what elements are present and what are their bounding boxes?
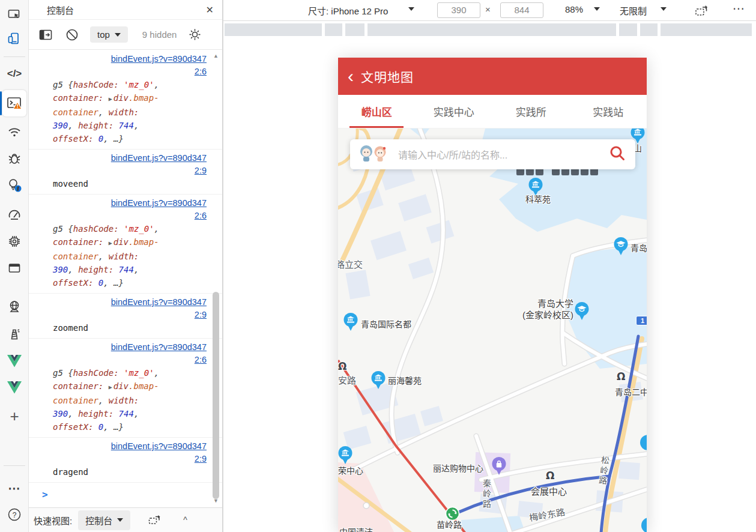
source-location-link[interactable]: 2:9 [53,309,207,321]
help-icon[interactable]: ? [4,504,25,525]
context-selector[interactable]: top [90,26,128,43]
poi-label[interactable]: 科萃苑 [525,193,551,205]
console-settings-gear-icon[interactable] [186,26,203,43]
poi-label[interactable]: 会展中心 [531,485,567,497]
console-log-entry[interactable]: bindEvent.js?v=890d3472:9 zoomend [29,294,222,339]
media-gap [322,23,325,36]
console-log-entry[interactable]: bindEvent.js?v=890d3472:6 g5 {hashCode: … [29,339,222,438]
object-preview[interactable]: g5 {hashCode: 'mz_0', container: ▶div.bm… [53,78,162,145]
metro-station-icon[interactable]: Ω [546,470,554,482]
close-icon[interactable]: ✕ [206,4,214,16]
app-tabs: 崂山区 实践中心 实践所 实践站 [338,95,647,128]
object-preview[interactable]: g5 {hashCode: 'mz_0', container: ▶div.bm… [53,222,162,289]
chevron-down-icon[interactable] [408,7,414,11]
search-input[interactable]: 请输入中心/所/站的名称... [398,147,609,162]
source-location-link[interactable]: 2:9 [53,453,207,465]
object-preview[interactable]: g5 {hashCode: 'mz_0', container: ▶div.bm… [53,366,162,434]
throttling-selector[interactable]: 无限制 [620,4,647,17]
expand-triangle-icon[interactable]: ▶ [109,240,112,246]
scrollbar-thumb[interactable] [213,292,219,499]
debug-bug-icon[interactable] [4,148,25,169]
baidu-map[interactable]: 科萃苑 山 青岛 路立交 青岛国际名都 青岛大学 (金家岭校区) 1 [338,128,647,532]
console-sidebar-toggle-icon[interactable] [37,26,54,43]
source-link[interactable]: bindEvent.js?v=890d347 [53,197,207,210]
poi-marker-university-icon[interactable] [574,301,590,323]
source-location-link[interactable]: 2:6 [53,210,207,222]
console-panel-icon[interactable] [2,90,26,116]
application-window-icon[interactable] [4,258,25,279]
poi-label[interactable]: 丽达购物中心 [433,462,483,474]
poi-marker-shopping-icon[interactable] [491,456,507,478]
search-bar[interactable]: 请输入中心/所/站的名称... [350,139,635,169]
lighthouse-icon[interactable] [4,324,25,345]
performance-gauge-icon[interactable] [4,204,25,225]
dock-rotate-icon[interactable] [146,512,163,528]
height-input[interactable]: 844 [500,2,543,18]
console-log-entry[interactable]: bindEvent.js?v=890d3472:9 dragend [29,438,222,483]
source-link[interactable]: bindEvent.js?v=890d347 [53,296,207,309]
network-globe-icon[interactable] [4,297,25,317]
media-query-bar[interactable] [225,23,752,36]
poi-label[interactable]: 青岛国际名都 [361,318,411,330]
poi-marker-building-icon[interactable] [343,312,358,334]
source-link[interactable]: bindEvent.js?v=890d347 [53,53,207,65]
source-link[interactable]: bindEvent.js?v=890d347 [53,152,207,165]
scroll-down-icon[interactable]: ▼ [211,497,220,506]
scroll-up-icon[interactable]: ▲ [211,52,220,61]
rotate-device-icon[interactable] [694,3,709,20]
tab-shijiansuo[interactable]: 实践所 [492,95,570,128]
console-log-entry[interactable]: bindEvent.js?v=890d3472:9 moveend [29,150,222,195]
device-emulation-icon[interactable] [4,29,25,49]
media-gap [342,23,345,36]
memory-chip-icon[interactable] [4,231,25,252]
poi-label-university[interactable]: 青岛大学 (金家岭校区) [516,298,573,321]
more-tools-icon[interactable]: ⋯ [4,478,25,498]
poi-marker-university-icon[interactable] [613,237,629,258]
inspect-element-icon[interactable] [4,5,25,25]
source-link[interactable]: bindEvent.js?v=890d347 [53,440,207,453]
console-log-area[interactable]: bindEvent.js?v=890d3472:6 g5 {hashCode: … [29,50,222,507]
poi-label[interactable]: 中国清洁 [339,525,373,532]
poi-label[interactable]: 苗岭路 [437,518,462,530]
width-input[interactable]: 390 [437,2,480,18]
source-location-link[interactable]: 2:6 [53,354,207,366]
zoom-level[interactable]: 88% [565,4,583,14]
collapse-chevron-icon[interactable]: ^ [183,515,187,525]
source-link[interactable]: bindEvent.js?v=890d347 [53,341,207,354]
expand-triangle-icon[interactable]: ▶ [109,95,112,102]
chevron-down-icon[interactable] [594,7,600,11]
quick-view-selector[interactable]: 控制台 [78,510,130,530]
device-dimensions-label[interactable]: 尺寸: iPhone 12 Pro [308,4,388,17]
console-prompt[interactable]: > [29,483,222,500]
vue-devtools-icon-2[interactable] [4,377,25,397]
tab-shijianzhongxin[interactable]: 实践中心 [416,95,493,128]
poi-marker-building-icon[interactable] [370,370,386,392]
source-location-link[interactable]: 2:6 [53,65,207,78]
network-wifi-icon[interactable] [4,122,25,142]
clear-console-icon[interactable] [64,26,80,43]
hidden-messages-count[interactable]: 9 hidden [142,29,177,40]
tab-laoshanqu[interactable]: 崂山区 [338,95,416,128]
metro-station-icon[interactable]: Ω [617,370,625,382]
chevron-down-icon[interactable] [661,7,667,11]
code-panel-icon[interactable]: </> [4,64,25,84]
tab-shijianzhan[interactable]: 实践站 [570,95,647,128]
poi-label[interactable]: 荣中心 [338,464,363,476]
expand-triangle-icon[interactable]: ▶ [109,384,112,390]
hints-lightbulb-icon[interactable]: i [4,175,25,196]
search-icon[interactable] [609,145,626,164]
metro-station-icon[interactable]: Ω [338,360,346,372]
console-scrollbar[interactable]: ▲ ▼ [211,52,220,506]
poi-label[interactable]: 青岛二中 [615,385,647,397]
device-toolbar: 尺寸: iPhone 12 Pro 390 × 844 88% 无限制 ⋯ [223,0,756,21]
console-log-entry[interactable]: bindEvent.js?v=890d3472:6 g5 {hashCode: … [29,195,222,294]
back-chevron-icon[interactable]: ‹ [348,67,354,85]
poi-label[interactable]: 青岛 [631,241,647,253]
more-options-icon[interactable]: ⋯ [733,1,745,16]
poi-label[interactable]: 丽海馨苑 [388,374,422,386]
add-panel-icon[interactable]: + [4,406,25,426]
vue-devtools-icon[interactable] [4,351,25,371]
source-location-link[interactable]: 2:9 [53,165,207,177]
quick-view-bar: 快速视图: 控制台 ^ [29,507,222,532]
console-log-entry[interactable]: bindEvent.js?v=890d3472:6 g5 {hashCode: … [29,50,222,150]
